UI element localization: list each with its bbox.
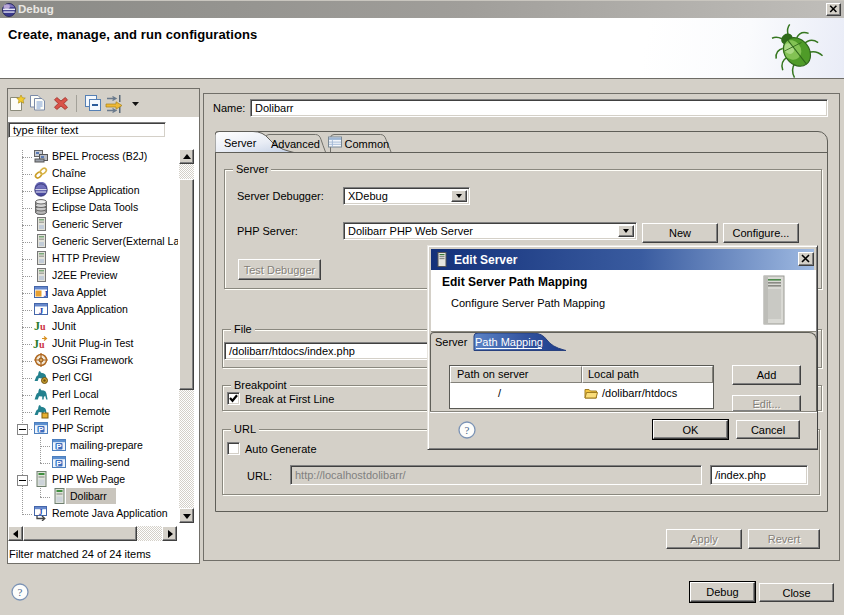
- svg-text:P: P: [56, 442, 62, 451]
- svg-text:u: u: [40, 321, 46, 332]
- svg-text:J: J: [44, 289, 49, 299]
- svg-text:?: ?: [18, 586, 23, 598]
- svg-text:Common: Common: [345, 138, 390, 150]
- svg-text:u: u: [39, 339, 45, 350]
- svg-text:Server: Server: [224, 137, 257, 149]
- svg-text:J: J: [39, 306, 44, 316]
- svg-text:Advanced: Advanced: [271, 138, 320, 150]
- svg-text:J: J: [39, 508, 43, 517]
- svg-text:P: P: [38, 425, 44, 434]
- svg-text:P: P: [56, 459, 62, 468]
- svg-text:?: ?: [465, 424, 470, 436]
